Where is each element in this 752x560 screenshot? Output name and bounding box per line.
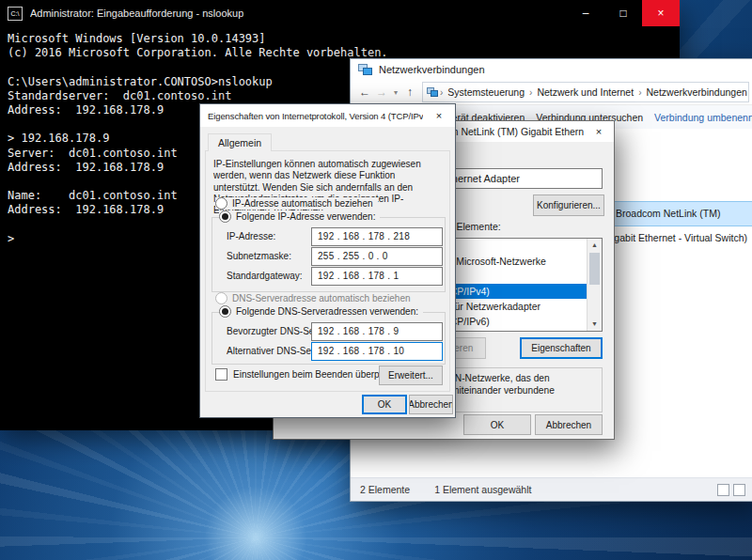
default-gateway-label: Standardgateway: — [227, 271, 303, 281]
radio-label: IP-Adresse automatisch beziehen — [232, 198, 373, 209]
back-icon[interactable]: ← — [356, 86, 373, 99]
validate-settings-checkbox[interactable]: Einstellungen beim Beenden überprüfen — [215, 368, 400, 381]
tab-allgemein[interactable]: Allgemein — [208, 133, 272, 151]
explorer-titlebar[interactable]: Netzwerkverbindungen — [351, 59, 752, 80]
ipv4-dialog-titlebar[interactable]: Eigenschaften von Internetprotokoll, Ver… — [200, 104, 455, 127]
minimize-icon[interactable]: – — [567, 0, 604, 26]
status-item-count: 2 Elemente — [360, 484, 410, 495]
chevron-right-icon: › — [438, 87, 445, 98]
cmd-window-title: Administrator: Eingabeaufforderung - nsl… — [30, 8, 243, 19]
view-toggle-icons — [717, 484, 745, 496]
address-bar: ← → ▾ ↑ › Systemsteuerung › Netzwerk und… — [351, 80, 752, 105]
recent-pages-icon[interactable]: ▾ — [390, 88, 401, 97]
radio-label: DNS-Serveradresse automatisch beziehen — [232, 293, 411, 303]
close-icon[interactable]: × — [642, 0, 680, 26]
ip-address-input[interactable]: 192 . 168 . 178 . 218 — [311, 227, 443, 246]
network-connections-icon — [358, 64, 372, 76]
radio-static-ip[interactable]: Folgende IP-Adresse verwenden: — [219, 210, 380, 223]
radio-auto-ip[interactable]: IP-Adresse automatisch beziehen — [215, 197, 378, 210]
scroll-up-icon[interactable]: ▲ — [588, 239, 602, 252]
up-icon[interactable]: ↑ — [401, 86, 418, 99]
scrollbar-thumb[interactable] — [589, 253, 600, 285]
breadcrumb: › Systemsteuerung › Netzwerk und Interne… — [422, 82, 749, 102]
breadcrumb-item-systemsteuerung[interactable]: Systemsteuerung — [445, 86, 527, 98]
ok-button[interactable]: OK — [362, 395, 407, 414]
radio-label: Folgende DNS-Serveradressen verwenden: — [236, 306, 418, 317]
toolbar-rename-connection[interactable]: Verbindung umbenennen — [654, 112, 752, 123]
connection-tile-ethernet[interactable]: Broadcom NetLink (TM) — [610, 201, 752, 226]
cancel-button[interactable]: Abbrechen — [535, 414, 603, 435]
thumbnail-view-icon[interactable] — [733, 484, 745, 496]
chevron-right-icon: › — [527, 87, 534, 98]
cancel-button[interactable]: Abbrechen — [409, 395, 453, 414]
status-bar: 2 Elemente 1 Element ausgewählt — [351, 477, 752, 501]
configure-button[interactable]: Konfigurieren... — [533, 194, 604, 216]
ipv4-dialog-title: Eigenschaften von Internetprotokoll, Ver… — [208, 111, 431, 121]
alternate-dns-input[interactable]: 192 . 168 . 178 . 10 — [311, 342, 443, 361]
folder-location-icon — [427, 87, 438, 97]
desktop: C:\ Administrator: Eingabeaufforderung -… — [0, 0, 752, 560]
maximize-icon[interactable]: □ — [604, 0, 642, 26]
cmd-icon: C:\ — [8, 7, 23, 21]
explorer-window-title: Netzwerkverbindungen — [379, 64, 485, 75]
checkbox-icon — [215, 368, 227, 381]
radio-icon — [215, 292, 227, 304]
scroll-down-icon[interactable]: ▼ — [588, 318, 602, 331]
status-selected-count: 1 Element ausgewählt — [434, 484, 531, 495]
close-icon[interactable]: × — [584, 121, 614, 141]
radio-icon — [219, 210, 231, 223]
details-view-icon[interactable] — [717, 484, 729, 496]
chevron-right-icon: › — [636, 87, 643, 98]
forward-icon[interactable]: → — [373, 86, 390, 99]
advanced-button[interactable]: Erweitert... — [379, 366, 443, 385]
subnet-mask-input[interactable]: 255 . 255 . 0 . 0 — [311, 247, 443, 266]
subnet-mask-label: Subnetzmaske: — [227, 251, 291, 261]
ip-address-label: IP-Adresse: — [227, 231, 275, 241]
cmd-titlebar[interactable]: C:\ Administrator: Eingabeaufforderung -… — [0, 0, 680, 26]
radio-static-dns[interactable]: Folgende DNS-Serveradressen verwenden: — [219, 305, 423, 318]
properties-button[interactable]: Eigenschaften — [520, 337, 603, 359]
scrollbar[interactable]: ▲ ▼ — [587, 239, 602, 331]
radio-auto-dns[interactable]: DNS-Serveradresse automatisch beziehen — [215, 292, 415, 304]
close-icon[interactable]: × — [423, 104, 455, 126]
default-gateway-input[interactable]: 192 . 168 . 178 . 1 — [311, 267, 443, 286]
radio-icon — [215, 197, 227, 210]
ok-button[interactable]: OK — [463, 414, 531, 435]
radio-icon — [219, 305, 231, 318]
breadcrumb-item-netzwerkverbindungen[interactable]: Netzwerkverbindungen — [643, 86, 749, 98]
preferred-dns-input[interactable]: 192 . 168 . 178 . 9 — [311, 322, 443, 341]
ipv4-properties-dialog: Eigenschaften von Internetprotokoll, Ver… — [199, 103, 456, 418]
radio-label: Folgende IP-Adresse verwenden: — [236, 211, 375, 222]
breadcrumb-item-netzwerk-und-internet[interactable]: Netzwerk und Internet — [534, 86, 636, 98]
checkbox-label: Einstellungen beim Beenden überprüfen — [233, 369, 400, 380]
